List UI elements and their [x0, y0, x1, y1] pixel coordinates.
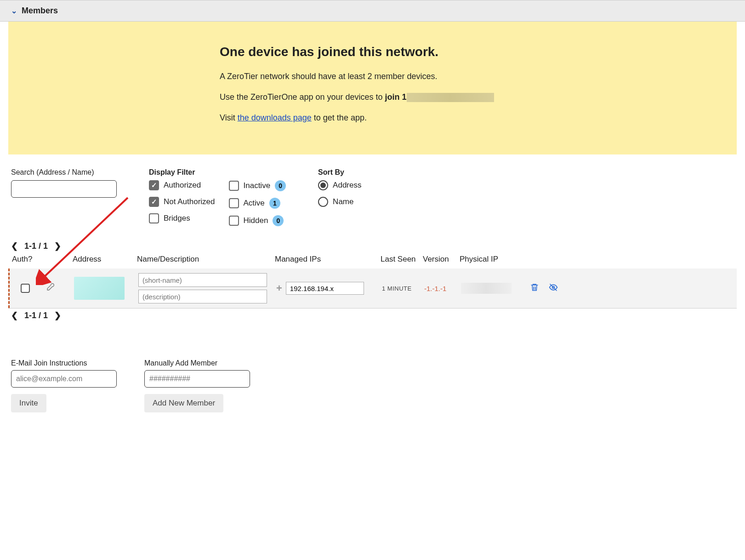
filter-active-label: Active	[244, 199, 265, 208]
col-seen: Last Seen	[381, 255, 423, 264]
network-id-redacted	[407, 93, 494, 102]
shortname-input[interactable]	[138, 273, 267, 287]
pager-top: ❮ 1-1 / 1 ❯	[8, 239, 737, 253]
col-auth: Auth?	[8, 255, 73, 264]
pager-prev-icon[interactable]: ❮	[11, 310, 18, 320]
sort-address-radio[interactable]	[318, 180, 328, 190]
description-input[interactable]	[138, 290, 267, 303]
sort-name-label: Name	[333, 197, 353, 206]
hidden-count-badge: 0	[273, 215, 284, 226]
table-header: Auth? Address Name/Description Managed I…	[8, 253, 737, 266]
pager-text: 1-1 / 1	[24, 241, 48, 251]
filter-hidden-checkbox[interactable]	[229, 216, 239, 226]
info-banner: One device has joined this network. A Ze…	[8, 22, 737, 154]
col-physical: Physical IP	[460, 255, 524, 264]
search-section: Search (Address / Name)	[11, 168, 117, 226]
pager-next-icon[interactable]: ❯	[54, 310, 61, 320]
pager-next-icon[interactable]: ❯	[54, 241, 61, 251]
sort-section: Sort By Address Name	[318, 168, 361, 226]
sort-address-label: Address	[333, 181, 361, 190]
table-row: + 1 MINUTE -1.-1.-1	[8, 269, 737, 308]
ip-input[interactable]	[286, 282, 364, 295]
pager-bottom: ❮ 1-1 / 1 ❯	[8, 309, 737, 322]
filter-label: Display Filter	[149, 168, 286, 177]
banner-line3: Visit the downloads page to get the app.	[220, 112, 541, 124]
display-filter-section: Display Filter Authorized Not Authorized…	[149, 168, 286, 226]
manual-label: Manually Add Member	[144, 359, 250, 367]
search-input[interactable]	[11, 180, 117, 198]
col-ips: Managed IPs	[275, 255, 381, 264]
filter-inactive-label: Inactive	[244, 181, 271, 190]
manual-input[interactable]	[144, 370, 250, 388]
search-label: Search (Address / Name)	[11, 168, 117, 177]
col-address: Address	[73, 255, 137, 264]
section-header[interactable]: ⌄ Members	[0, 0, 745, 22]
version-value: -1.-1.-1	[424, 285, 461, 292]
col-version: Version	[423, 255, 460, 264]
filter-authorized-checkbox[interactable]	[149, 180, 159, 190]
filter-not-authorized-checkbox[interactable]	[149, 197, 159, 207]
filter-bridges-checkbox[interactable]	[149, 213, 159, 223]
pager-prev-icon[interactable]: ❮	[11, 241, 18, 251]
section-title: Members	[22, 6, 58, 16]
chevron-down-icon: ⌄	[11, 6, 17, 15]
add-ip-icon[interactable]: +	[276, 282, 282, 294]
add-member-button[interactable]: Add New Member	[144, 394, 223, 412]
filter-authorized-label: Authorized	[164, 181, 201, 190]
sort-name-radio[interactable]	[318, 197, 328, 207]
active-count-badge: 1	[269, 198, 280, 209]
physical-ip-redacted	[461, 283, 512, 294]
address-redacted	[74, 277, 125, 300]
sort-label: Sort By	[318, 168, 361, 177]
email-input[interactable]	[11, 370, 117, 388]
filter-active-checkbox[interactable]	[229, 198, 239, 208]
last-seen-value: 1 MINUTE	[382, 285, 424, 292]
auth-checkbox[interactable]	[21, 284, 30, 293]
delete-icon[interactable]	[530, 283, 539, 294]
pager-text: 1-1 / 1	[24, 311, 48, 320]
filter-hidden-label: Hidden	[244, 216, 268, 225]
email-invite-section: E-Mail Join Instructions Invite	[11, 359, 117, 412]
downloads-link[interactable]: the downloads page	[238, 113, 312, 122]
filter-inactive-checkbox[interactable]	[229, 181, 239, 191]
invite-button[interactable]: Invite	[11, 394, 46, 412]
filter-not-authorized-label: Not Authorized	[164, 197, 215, 206]
banner-line2: Use the ZeroTierOne app on your devices …	[220, 91, 541, 103]
banner-line1: A ZeroTier network should have at least …	[220, 70, 541, 83]
hide-icon[interactable]	[548, 283, 558, 294]
banner-heading: One device has joined this network.	[220, 45, 541, 59]
wrench-icon[interactable]	[45, 283, 55, 294]
manual-add-section: Manually Add Member Add New Member	[144, 359, 250, 412]
col-name: Name/Description	[137, 255, 275, 264]
inactive-count-badge: 0	[275, 180, 286, 191]
filter-bridges-label: Bridges	[164, 214, 190, 223]
email-label: E-Mail Join Instructions	[11, 359, 117, 367]
